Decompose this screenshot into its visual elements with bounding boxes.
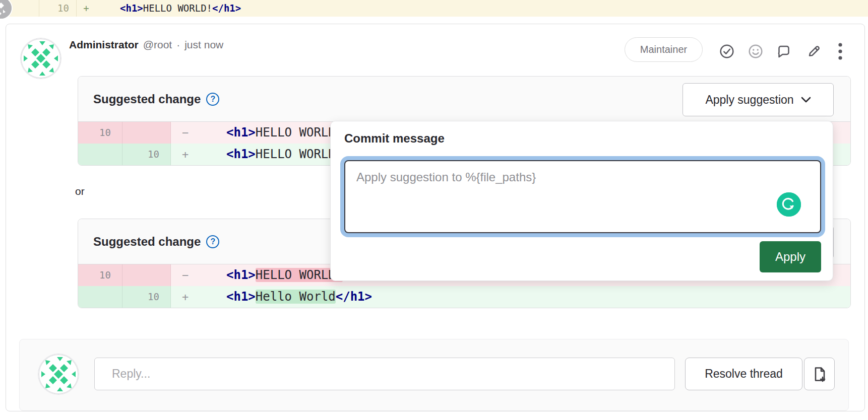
reply-bar: Resolve thread <box>19 339 849 411</box>
suggestion-2-added-line: 10 + <h1>Hello World</h1> <box>78 286 850 308</box>
document-plus-icon <box>812 366 827 382</box>
gutter-commenter-avatar <box>0 0 12 19</box>
add-reaction-button[interactable] <box>748 43 764 59</box>
suggestion-1-title: Suggested change ? <box>93 92 219 106</box>
resolve-thread-button[interactable]: Resolve thread <box>685 358 802 390</box>
code-close-tag: </h1> <box>212 3 241 14</box>
start-thread-button[interactable] <box>776 43 792 59</box>
suggestion-title-text: Suggested change <box>93 235 201 249</box>
current-user-avatar <box>38 354 79 395</box>
added-code: + <h1>Hello World</h1> <box>171 286 850 308</box>
commit-message-textarea[interactable] <box>344 160 821 233</box>
code-open-tag: <h1> <box>226 147 256 161</box>
new-line-number: 10 <box>122 286 171 308</box>
diff-line-row[interactable]: 10 + <h1>HELLO WORLD!</h1> <box>0 0 868 17</box>
new-line-number <box>122 264 171 286</box>
ellipsis-icon <box>838 43 843 60</box>
diff-added-sign: + <box>80 0 93 17</box>
diff-gutter-divider <box>76 0 77 17</box>
code-changed-text: HELLO WORLD <box>256 147 336 161</box>
reply-input[interactable] <box>94 358 675 390</box>
commit-message-popup: Commit message Apply <box>330 121 833 281</box>
code-open-tag: <h1> <box>226 268 256 282</box>
gutter-avatar-pattern <box>0 0 12 19</box>
question-mark-circle-icon[interactable]: ? <box>206 235 219 248</box>
commit-message-title: Commit message <box>344 131 445 146</box>
commit-message-field-wrap <box>344 160 821 233</box>
old-line-number: 10 <box>78 122 122 144</box>
code-open-tag: <h1> <box>120 3 143 14</box>
maintainer-badge: Maintainer <box>625 37 703 62</box>
meta-separator: · <box>176 39 180 51</box>
apply-suggestion-button-1[interactable]: Apply suggestion <box>683 83 834 116</box>
author-avatar <box>20 38 61 79</box>
added-sign: + <box>182 286 189 308</box>
new-line-number: 10 <box>122 144 171 165</box>
apply-suggestion-label: Apply suggestion <box>705 93 793 107</box>
edit-comment-button[interactable] <box>805 43 822 59</box>
resolve-check-button[interactable] <box>719 43 735 59</box>
diff-new-line-number: 10 <box>39 0 69 17</box>
code-close-tag: </h1> <box>336 290 372 304</box>
old-line-number: 10 <box>78 264 122 286</box>
merge-request-discussion: 10 + <h1>HELLO WORLD!</h1> <box>0 0 868 420</box>
grammarly-button[interactable] <box>777 192 801 217</box>
suggestion-1-header: Suggested change ? Apply suggestion <box>78 77 850 122</box>
code-changed-text: Hello World <box>256 290 336 304</box>
question-mark-circle-icon[interactable]: ? <box>206 93 219 106</box>
removed-sign: − <box>182 122 189 144</box>
removed-sign: − <box>182 264 189 286</box>
comment-icon <box>776 43 792 59</box>
author-name: Administrator <box>69 39 139 51</box>
code-text: HELLO WORLD! <box>143 3 212 14</box>
chevron-down-icon <box>801 97 811 103</box>
or-label: or <box>75 184 85 198</box>
pencil-icon <box>805 43 822 59</box>
old-line-number <box>78 286 122 308</box>
note-timestamp[interactable]: just now <box>184 39 223 51</box>
grammarly-icon <box>777 192 801 217</box>
author-username[interactable]: @root <box>143 39 172 51</box>
added-sign: + <box>182 144 189 165</box>
identicon-pattern <box>38 354 79 394</box>
code-open-tag: <h1> <box>226 290 256 304</box>
suggestion-2-title: Suggested change ? <box>93 235 219 249</box>
diff-code-line: <h1>HELLO WORLD!</h1> <box>120 0 241 17</box>
new-line-number <box>122 122 171 144</box>
identicon-pattern <box>21 38 61 79</box>
apply-commit-button[interactable]: Apply <box>760 241 821 272</box>
create-issue-button[interactable] <box>804 358 835 390</box>
check-circle-icon <box>719 43 735 59</box>
old-line-number <box>78 144 122 165</box>
more-actions-button[interactable] <box>835 43 846 59</box>
suggestion-title-text: Suggested change <box>93 92 201 106</box>
code-open-tag: <h1> <box>226 125 256 139</box>
smiley-icon <box>748 43 764 59</box>
note-header: Administrator @root · just now <box>69 39 223 51</box>
